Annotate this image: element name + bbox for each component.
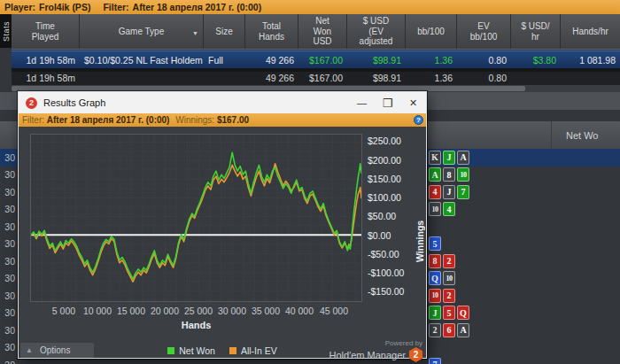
row-left-value: 30 — [0, 238, 18, 249]
row-left-value: 30 — [0, 307, 18, 318]
y-tick-label: $250.00 — [368, 136, 401, 146]
board-cards: Q10 — [429, 271, 457, 285]
cell-size: Full — [204, 51, 245, 68]
filter-label: Filter: — [103, 2, 128, 12]
col-game-type[interactable]: Game Type▼ — [80, 14, 204, 49]
cell-total-hands: 49 266 — [245, 51, 298, 68]
cell-hands-hr — [561, 72, 620, 85]
card-10h: 10 — [429, 289, 441, 303]
col-hands-hr[interactable]: Hands/hr — [561, 14, 620, 49]
cell-ev-bb100: 0.80 — [457, 51, 511, 68]
stats-row-selected[interactable]: 1d 19h 58m $0.10/$0.25 NL Fast Holdem Fu… — [12, 50, 620, 68]
card-5h: 5 — [443, 306, 455, 320]
card-5d: 5 — [429, 236, 441, 251]
player-label: Player: — [4, 2, 35, 12]
card-Ac: A — [429, 167, 441, 182]
popup-titlebar[interactable]: 2 Results Graph — ❒ ✕ — [19, 92, 426, 113]
popup-title: Results Graph — [43, 97, 105, 108]
stats-row-summary[interactable]: 1d 19h 58m 49 266 $167.00 $98.91 1.36 0.… — [12, 72, 620, 85]
y-tick-label: -$100.00 — [368, 267, 404, 278]
x-tick-label: 45 000 — [314, 306, 353, 316]
card-As: A — [457, 323, 469, 337]
col-time-played[interactable]: Time Played — [12, 14, 80, 49]
cell-ev-bb100: 0.80 — [457, 72, 511, 85]
minimize-button[interactable]: — — [349, 92, 375, 113]
board-cards: J5Q — [429, 306, 471, 320]
card-7d: 7 — [429, 358, 441, 364]
legend-net-won: Net Won — [167, 345, 215, 356]
y-tick-label: $200.00 — [368, 155, 401, 166]
caret-up-icon: ▲ — [26, 346, 33, 354]
col-size[interactable]: Size — [204, 14, 245, 49]
row-left-value: 30 — [0, 273, 18, 283]
chart-canvas — [31, 135, 361, 301]
hm2-logo-icon: 2 — [26, 97, 37, 109]
col-usd-ev-adjusted[interactable]: $ USD (EV adjusted — [347, 14, 406, 49]
row-left-value: 30 — [0, 152, 18, 163]
winnings-chart — [30, 134, 362, 302]
row-left-value: 30 — [0, 221, 18, 232]
card-10s: 10 — [443, 271, 455, 285]
y-axis-title: Winnings — [415, 191, 425, 262]
y-tick-label: -$50.00 — [368, 249, 399, 259]
maximize-button[interactable]: ❒ — [375, 92, 400, 113]
options-label: Options — [40, 345, 70, 355]
stats-table-header: Time Played Game Type▼ Size Total Hands … — [12, 14, 620, 50]
card-10c: 10 — [457, 167, 469, 182]
y-tick-label: $0.00 — [368, 230, 391, 241]
cell-size — [204, 72, 245, 85]
row-left-value: 30 — [0, 169, 18, 180]
col-ev-bb100[interactable]: EV bb/100 — [457, 14, 511, 49]
col-net-won-usd[interactable]: Net Won USD — [298, 14, 347, 49]
card-4h: 4 — [429, 185, 441, 199]
x-axis-labels: 5 00010 00015 00020 00025 00030 00035 00… — [30, 306, 362, 316]
card-8h: 8 — [429, 254, 441, 268]
card-8s: 8 — [443, 167, 455, 182]
net-won-swatch-icon — [167, 347, 174, 354]
cell-bb100: 1.36 — [406, 51, 457, 68]
row-left-value: 30 — [0, 204, 18, 214]
chevron-down-icon[interactable]: ▼ — [192, 28, 198, 39]
card-10s: 10 — [429, 202, 441, 216]
row-left-value: 30 — [0, 290, 18, 301]
board-cards: 104 — [429, 202, 457, 216]
tab-stats[interactable]: Stats — [0, 14, 12, 48]
all-in-ev-swatch-icon — [229, 347, 236, 354]
col-usd-hr[interactable]: $ USD/ hr — [511, 14, 561, 49]
cell-time-played: 1d 19h 58m — [12, 72, 80, 85]
cell-game-type — [80, 72, 204, 85]
card-2h: 2 — [443, 289, 455, 303]
cell-usd-hr: $3.80 — [511, 51, 561, 68]
results-graph-window: 2 Results Graph — ❒ ✕ Filter: After 18 а… — [18, 91, 427, 359]
legend-all-in-ev: All-In EV — [229, 345, 277, 356]
options-button[interactable]: ▲ Options — [20, 343, 94, 358]
col-bb100[interactable]: bb/100 — [406, 14, 457, 49]
filter-value: After 18 апреля 2017 г. (0:00) — [133, 2, 262, 12]
col-total-hands[interactable]: Total Hands — [245, 14, 298, 49]
row-left-value: 30 — [0, 256, 18, 267]
close-button[interactable]: ✕ — [400, 92, 426, 113]
help-icon[interactable]: ? — [414, 115, 423, 125]
board-cards: 5 — [429, 236, 443, 251]
hm2-hex-logo-icon: 2 — [409, 347, 422, 362]
cell-usd-ev-adjusted: $98.91 — [347, 72, 406, 85]
board-cards: A810 — [429, 167, 471, 182]
cell-bb100: 1.36 — [406, 72, 457, 85]
card-6h: 6 — [443, 323, 455, 337]
card-Qd: Q — [429, 271, 441, 285]
card-Qh: Q — [457, 306, 469, 320]
row-left-value: 30 — [0, 360, 18, 364]
y-tick-label: -$150.00 — [368, 286, 404, 297]
filter-value: After 18 апреля 2017 г. (0:00) — [47, 115, 170, 125]
cell-net-won-usd: $167.00 — [298, 72, 347, 85]
cell-usd-ev-adjusted: $98.91 — [347, 51, 406, 68]
winnings-value: $167.00 — [217, 115, 249, 125]
board-cards: 4J7 — [429, 185, 471, 199]
card-2h: 2 — [443, 254, 455, 268]
popup-filter-bar: Filter: After 18 апреля 2017 г. (0:00) W… — [19, 113, 426, 127]
cell-game-type: $0.10/$0.25 NL Fast Holdem — [80, 51, 204, 68]
card-Ks: K — [429, 151, 441, 165]
y-axis-labels: $250.00$200.00$150.00$100.00$50.00$0.00-… — [368, 134, 421, 302]
col-net-won[interactable]: Net Wo — [552, 121, 620, 149]
board-cards: 7 — [429, 358, 443, 364]
